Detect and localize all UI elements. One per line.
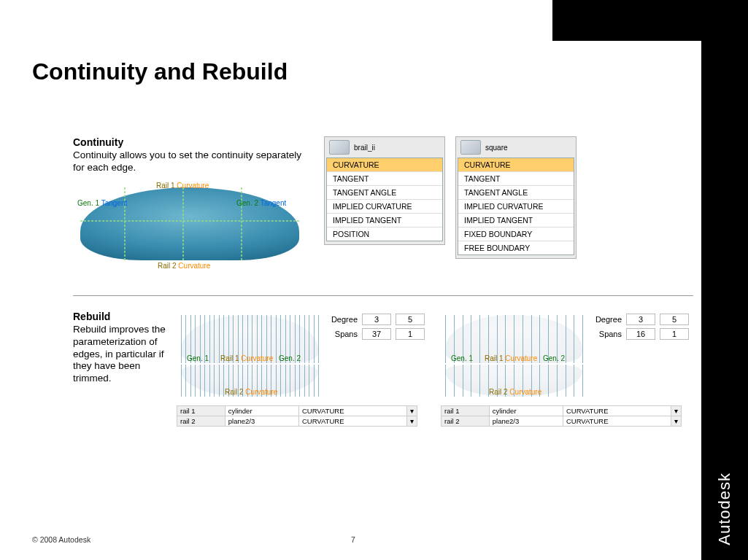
label-degree: Degree xyxy=(590,315,626,324)
r-gen1: Gen. 1 xyxy=(451,354,473,362)
label-gen2: Gen. 2 xyxy=(236,199,258,207)
l-rail2: Rail 2 xyxy=(225,388,244,396)
section-divider xyxy=(73,295,693,296)
spans-value-2[interactable]: 1 xyxy=(396,328,425,340)
label-gen1: Gen. 1 xyxy=(77,199,99,207)
spans-value-2[interactable]: 1 xyxy=(660,328,689,340)
row-name: rail 2 xyxy=(442,416,490,426)
menu2-item[interactable]: TANGENT ANGLE xyxy=(458,186,574,200)
menu1-label: brail_ii xyxy=(354,144,375,152)
label-rail2: Rail 2 xyxy=(158,262,177,270)
menu1-item[interactable]: IMPLIED TANGENT xyxy=(327,214,442,228)
l-rail1: Rail 1 xyxy=(220,354,239,362)
rail-table-left: rail 1 cylinder CURVATURE ▾ rail 2 plane… xyxy=(177,405,417,427)
l-rail2-curv: Curvature xyxy=(245,388,277,396)
rebuild-body: Rebuild improves the parameterization of… xyxy=(73,324,168,385)
thumb-icon xyxy=(460,140,481,155)
footer: © 2008 Autodesk 7 xyxy=(32,535,674,544)
continuity-section: Continuity Continuity allows you to set … xyxy=(73,136,693,275)
row-mode[interactable]: CURVATURE xyxy=(563,416,671,426)
param-degree-right: Degree 3 5 xyxy=(590,314,693,325)
menu2-item[interactable]: TANGENT xyxy=(458,172,574,186)
continuity-heading: Continuity xyxy=(73,136,314,148)
spans-value-1[interactable]: 37 xyxy=(362,328,391,340)
row-surf[interactable]: plane2/3 xyxy=(489,416,563,426)
dropdown-icon[interactable]: ▾ xyxy=(671,405,682,416)
menu2-item[interactable]: CURVATURE xyxy=(458,158,574,172)
row-surf[interactable]: plane2/3 xyxy=(225,416,298,426)
table-row: rail 2 plane2/3 CURVATURE ▾ xyxy=(442,416,682,426)
label-degree: Degree xyxy=(325,315,362,324)
rebuild-example-right: Gen. 1 Rail 1 Curvature Gen. 2 Rail 2 Cu… xyxy=(441,311,696,427)
dropdown-icon[interactable]: ▾ xyxy=(407,405,417,416)
label-rail1-curvature: Curvature xyxy=(177,182,209,190)
continuity-illustration: Gen. 1 Tangent Rail 1 Curvature Gen. 2 T… xyxy=(73,180,306,275)
dropdown-icon[interactable]: ▾ xyxy=(407,416,417,426)
dropdown-icon[interactable]: ▾ xyxy=(671,416,682,426)
param-spans-right: Spans 16 1 xyxy=(590,328,693,340)
copyright: © 2008 Autodesk xyxy=(32,535,90,544)
row-mode[interactable]: CURVATURE xyxy=(298,405,406,416)
degree-value-1[interactable]: 3 xyxy=(626,314,655,325)
row-mode[interactable]: CURVATURE xyxy=(563,405,671,416)
label-gen2-tangent: Tangent xyxy=(261,199,287,207)
menu2-item[interactable]: FIXED BOUNDARY xyxy=(458,228,574,241)
rebuild-section: Rebuild Rebuild improves the parameteriz… xyxy=(73,311,693,427)
l-curv: Curvature xyxy=(241,354,273,362)
menu2-item[interactable]: IMPLIED TANGENT xyxy=(458,214,574,228)
menu2-item[interactable]: FREE BOUNDARY xyxy=(458,241,574,254)
brand-logo-text: Autodesk xyxy=(715,472,734,545)
row-mode[interactable]: CURVATURE xyxy=(298,416,406,426)
table-row: rail 1 cylinder CURVATURE ▾ xyxy=(177,405,417,416)
slide-content: Continuity and Rebuild Continuity Contin… xyxy=(32,58,689,427)
continuity-menu-1: brail_ii CURVATURE TANGENT TANGENT ANGLE… xyxy=(324,136,445,245)
menu1-item[interactable]: POSITION xyxy=(327,228,442,241)
r-curv: Curvature xyxy=(505,354,537,362)
row-surf[interactable]: cylinder xyxy=(225,405,298,416)
thumb-icon xyxy=(329,140,350,155)
menu1-item[interactable]: TANGENT xyxy=(327,172,442,186)
r-rail1: Rail 1 xyxy=(485,354,504,362)
degree-value-1[interactable]: 3 xyxy=(362,314,391,325)
row-name: rail 1 xyxy=(177,405,225,416)
degree-value-2[interactable]: 5 xyxy=(396,314,425,325)
table-row: rail 1 cylinder CURVATURE ▾ xyxy=(442,405,682,416)
rebuild-example-left: Gen. 1 Rail 1 Curvature Gen. 2 Rail 2 Cu… xyxy=(177,311,432,427)
menu1-item[interactable]: CURVATURE xyxy=(327,158,442,172)
continuity-menu-2: square CURVATURE TANGENT TANGENT ANGLE I… xyxy=(455,136,577,259)
degree-value-2[interactable]: 5 xyxy=(660,314,689,325)
row-name: rail 2 xyxy=(177,416,225,426)
label-spans: Spans xyxy=(325,330,362,338)
row-name: rail 1 xyxy=(442,405,490,416)
menu1-item[interactable]: IMPLIED CURVATURE xyxy=(327,200,442,214)
label-spans: Spans xyxy=(590,330,626,338)
menu2-label: square xyxy=(485,144,508,152)
page-number: 7 xyxy=(351,535,355,544)
param-degree-left: Degree 3 5 xyxy=(325,314,429,325)
label-rail2-curvature: Curvature xyxy=(178,262,210,270)
menu2-item[interactable]: IMPLIED CURVATURE xyxy=(458,200,574,214)
brand-sidebar: Autodesk xyxy=(701,0,748,560)
page-title: Continuity and Rebuild xyxy=(32,58,689,85)
rail-table-right: rail 1 cylinder CURVATURE ▾ rail 2 plane… xyxy=(441,405,682,427)
r-rail2-curv: Curvature xyxy=(509,388,541,396)
menu1-item[interactable]: TANGENT ANGLE xyxy=(327,186,442,200)
spans-value-1[interactable]: 16 xyxy=(626,328,655,340)
row-surf[interactable]: cylinder xyxy=(489,405,563,416)
rebuild-heading: Rebuild xyxy=(73,311,168,322)
r-rail2: Rail 2 xyxy=(489,388,508,396)
table-row: rail 2 plane2/3 CURVATURE ▾ xyxy=(177,416,417,426)
continuity-body: Continuity allows you to set the continu… xyxy=(73,149,314,174)
param-spans-left: Spans 37 1 xyxy=(325,328,429,340)
r-gen2: Gen. 2 xyxy=(543,354,565,362)
label-rail1: Rail 1 xyxy=(156,182,175,190)
l-gen2: Gen. 2 xyxy=(279,354,301,362)
label-gen1-tangent: Tangent xyxy=(101,199,128,207)
l-gen1: Gen. 1 xyxy=(187,354,209,362)
